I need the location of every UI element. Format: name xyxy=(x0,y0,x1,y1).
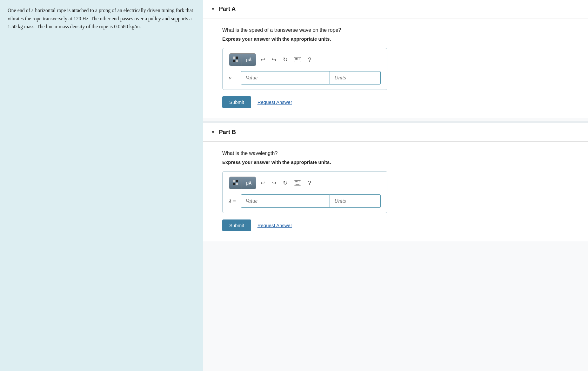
svg-rect-16 xyxy=(233,183,235,185)
part-b-reset-btn[interactable]: ↻ xyxy=(281,178,290,188)
svg-rect-1 xyxy=(236,57,238,59)
part-b-keyboard-btn[interactable] xyxy=(292,179,303,187)
part-a-matrix-btn[interactable] xyxy=(229,54,242,66)
svg-rect-5 xyxy=(295,58,296,59)
part-a-toolbar: μÅ ↩ ↪ ↻ xyxy=(229,53,381,66)
part-a-express-answer: Express your answer with the appropriate… xyxy=(222,36,573,42)
part-a-greek-btn[interactable]: μÅ xyxy=(242,54,256,66)
part-b-matrix-group: μÅ xyxy=(229,177,256,189)
svg-rect-10 xyxy=(296,59,297,60)
svg-rect-9 xyxy=(295,59,296,60)
part-b-request-answer-link[interactable]: Request Answer xyxy=(257,223,292,228)
part-a-answer-container: μÅ ↩ ↪ ↻ xyxy=(222,48,387,90)
part-b-question: What is the wavelength? xyxy=(222,151,573,156)
part-a-submit-button[interactable]: Submit xyxy=(222,96,251,108)
svg-rect-20 xyxy=(296,181,297,182)
svg-rect-13 xyxy=(296,61,299,61)
svg-rect-22 xyxy=(299,181,299,182)
part-a-body: What is the speed of a transverse wave o… xyxy=(203,18,588,118)
part-a-request-answer-link[interactable]: Request Answer xyxy=(257,99,292,105)
part-b-help-btn[interactable]: ? xyxy=(305,179,314,188)
right-panel: ▼ Part A What is the speed of a transver… xyxy=(203,0,588,371)
svg-rect-17 xyxy=(236,183,238,185)
part-a-units-input[interactable] xyxy=(330,71,381,84)
part-b-header: ▼ Part B xyxy=(203,123,588,142)
part-b-matrix-icon xyxy=(233,180,238,186)
svg-rect-12 xyxy=(299,59,299,60)
left-panel: One end of a horizontal rope is attached… xyxy=(0,0,203,371)
svg-rect-26 xyxy=(299,183,299,183)
svg-rect-15 xyxy=(236,180,238,182)
part-a-matrix-group: μÅ xyxy=(229,53,256,66)
svg-rect-24 xyxy=(296,183,297,183)
part-b-action-row: Submit Request Answer xyxy=(222,219,573,231)
part-b-redo-btn[interactable]: ↪ xyxy=(270,178,278,188)
part-b-chevron-icon[interactable]: ▼ xyxy=(211,130,215,135)
part-a-reset-btn[interactable]: ↻ xyxy=(281,55,290,64)
problem-text: One end of a horizontal rope is attached… xyxy=(8,6,195,31)
part-b-greek-btn[interactable]: μÅ xyxy=(242,177,256,189)
part-a-undo-btn[interactable]: ↩ xyxy=(259,55,267,64)
part-a-help-btn[interactable]: ? xyxy=(305,55,314,64)
svg-rect-7 xyxy=(297,58,298,59)
svg-rect-19 xyxy=(295,181,296,182)
part-b-undo-btn[interactable]: ↩ xyxy=(259,178,267,188)
part-a-value-input[interactable] xyxy=(241,71,330,84)
svg-rect-23 xyxy=(295,183,296,183)
part-a-title: Part A xyxy=(219,6,236,12)
part-a-matrix-icon xyxy=(233,57,238,63)
svg-rect-27 xyxy=(296,184,299,185)
svg-rect-8 xyxy=(299,58,299,59)
svg-rect-21 xyxy=(297,181,298,182)
part-b-answer-container: μÅ ↩ ↪ ↻ xyxy=(222,171,387,213)
part-b-input-row: λ = xyxy=(229,194,381,208)
svg-rect-0 xyxy=(233,57,235,59)
part-a-variable-label: v = xyxy=(229,75,236,81)
svg-rect-14 xyxy=(233,180,235,182)
part-a-question: What is the speed of a transverse wave o… xyxy=(222,27,573,33)
part-b-matrix-btn[interactable] xyxy=(229,177,242,189)
part-a-chevron-icon[interactable]: ▼ xyxy=(211,7,215,12)
part-a-action-row: Submit Request Answer xyxy=(222,96,573,108)
part-b-units-input[interactable] xyxy=(330,194,381,208)
part-a-input-row: v = xyxy=(229,71,381,84)
divider xyxy=(203,121,588,123)
part-a-header: ▼ Part A xyxy=(203,0,588,18)
part-b-submit-button[interactable]: Submit xyxy=(222,219,251,231)
svg-rect-3 xyxy=(236,60,238,62)
part-b-value-input[interactable] xyxy=(241,194,330,208)
part-a-keyboard-btn[interactable] xyxy=(292,56,303,64)
part-b-toolbar: μÅ ↩ ↪ ↻ xyxy=(229,177,381,189)
part-b-section: ▼ Part B What is the wavelength? Express… xyxy=(203,123,588,241)
part-b-title: Part B xyxy=(219,129,236,136)
svg-rect-6 xyxy=(296,58,297,59)
part-b-express-answer: Express your answer with the appropriate… xyxy=(222,159,573,165)
svg-rect-2 xyxy=(233,60,235,62)
part-b-variable-label: λ = xyxy=(229,198,236,204)
part-a-redo-btn[interactable]: ↪ xyxy=(270,55,278,64)
svg-rect-25 xyxy=(297,183,298,183)
part-a-section: ▼ Part A What is the speed of a transver… xyxy=(203,0,588,118)
part-b-body: What is the wavelength? Express your ans… xyxy=(203,142,588,241)
svg-rect-11 xyxy=(297,59,298,60)
